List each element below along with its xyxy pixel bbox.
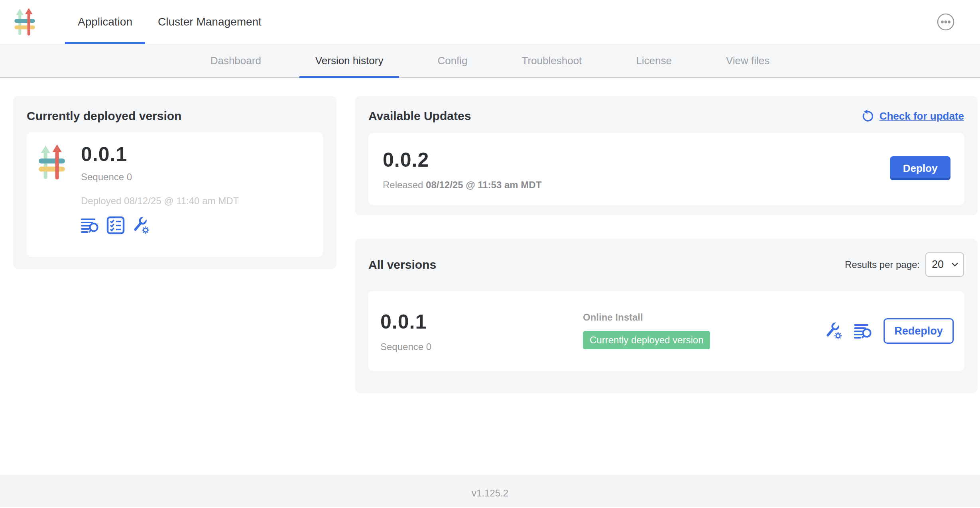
subtab-dashboard-label: Dashboard	[211, 55, 261, 67]
subtab-license-label: License	[636, 55, 672, 67]
deployed-version-info: 0.0.1 Sequence 0 Deployed 08/12/25 @ 11:…	[81, 143, 239, 246]
overflow-menu-button[interactable]	[937, 13, 954, 31]
subtab-troubleshoot-label: Troubleshoot	[522, 55, 582, 67]
ellipsis-menu-icon	[937, 13, 954, 31]
all-versions-panel: All versions Results per page: 20 0.0.1 …	[355, 239, 978, 393]
version-row-actions: Redeploy	[825, 291, 954, 371]
console-version: v1.125.2	[472, 488, 508, 507]
main-content: Currently deployed version 0.0.1 Sequenc…	[0, 78, 980, 475]
currently-deployed-badge: Currently deployed version	[583, 331, 710, 349]
subtab-view-files[interactable]: View files	[710, 44, 785, 77]
subtab-dashboard[interactable]: Dashboard	[195, 44, 277, 77]
app-header: Application Cluster Management	[0, 0, 980, 44]
subtab-config-label: Config	[437, 55, 467, 67]
deploy-button[interactable]: Deploy	[890, 156, 950, 180]
currently-deployed-panel: Currently deployed version 0.0.1 Sequenc…	[13, 96, 337, 269]
config-icon[interactable]	[132, 216, 150, 234]
release-notes-icon[interactable]	[81, 217, 99, 234]
preflight-checks-icon[interactable]	[106, 216, 125, 234]
redeploy-button[interactable]: Redeploy	[884, 318, 954, 344]
header-tabs: Application Cluster Management	[65, 0, 274, 44]
row-version-number: 0.0.1	[380, 310, 431, 333]
deployed-sequence: Sequence 0	[81, 171, 239, 183]
refresh-icon[interactable]	[861, 109, 875, 123]
released-timestamp: 08/12/25 @ 11:53 am MDT	[426, 179, 541, 190]
results-per-page-select[interactable]: 20	[925, 252, 964, 277]
app-logo-arrows-icon	[14, 8, 35, 37]
deployed-timestamp: Deployed 08/12/25 @ 11:40 am MDT	[81, 195, 239, 207]
config-icon[interactable]	[825, 322, 843, 340]
check-for-update-label: Check for update	[880, 110, 964, 122]
subtab-troubleshoot[interactable]: Troubleshoot	[506, 44, 598, 77]
results-per-page: Results per page: 20	[845, 252, 964, 277]
subtab-version-history-label: Version history	[315, 55, 384, 67]
deployed-version-card: 0.0.1 Sequence 0 Deployed 08/12/25 @ 11:…	[27, 132, 323, 257]
install-type-label: Online Install	[583, 312, 710, 323]
subtab-license[interactable]: License	[620, 44, 688, 77]
update-version-number: 0.0.2	[383, 148, 429, 171]
app-footer: v1.125.2	[0, 475, 980, 507]
subtab-version-history[interactable]: Version history	[299, 44, 399, 77]
all-versions-title: All versions	[368, 258, 436, 272]
deployed-version-number: 0.0.1	[81, 143, 239, 166]
version-row-status: Online Install Currently deployed versio…	[583, 312, 710, 349]
available-updates-panel: Available Updates Check for update 0.0.2…	[355, 96, 978, 215]
chevron-down-icon	[951, 262, 958, 267]
deployed-action-icons	[81, 216, 239, 234]
app-subnav: Dashboard Version history Config Trouble…	[0, 44, 980, 78]
app-logo-arrows-icon	[39, 144, 65, 181]
version-row-info: 0.0.1 Sequence 0	[380, 310, 431, 352]
row-sequence: Sequence 0	[380, 341, 431, 352]
currently-deployed-title: Currently deployed version	[27, 109, 323, 123]
tab-application-label: Application	[78, 16, 132, 28]
check-for-update-link[interactable]: Check for update	[861, 109, 964, 123]
released-prefix: Released	[383, 179, 426, 190]
results-per-page-label: Results per page:	[845, 259, 920, 270]
version-row: 0.0.1 Sequence 0 Online Install Currentl…	[368, 291, 964, 371]
available-update-card: 0.0.2 Released 08/12/25 @ 11:53 am MDT D…	[368, 133, 964, 205]
subtab-config[interactable]: Config	[421, 44, 483, 77]
tab-application[interactable]: Application	[65, 0, 145, 44]
tab-cluster-management[interactable]: Cluster Management	[145, 0, 274, 44]
subtab-view-files-label: View files	[726, 55, 769, 67]
tab-cluster-management-label: Cluster Management	[158, 16, 262, 28]
available-updates-title: Available Updates	[368, 109, 471, 123]
update-released-line: Released 08/12/25 @ 11:53 am MDT	[383, 179, 541, 191]
release-notes-icon[interactable]	[854, 323, 872, 339]
results-per-page-value: 20	[932, 258, 944, 271]
